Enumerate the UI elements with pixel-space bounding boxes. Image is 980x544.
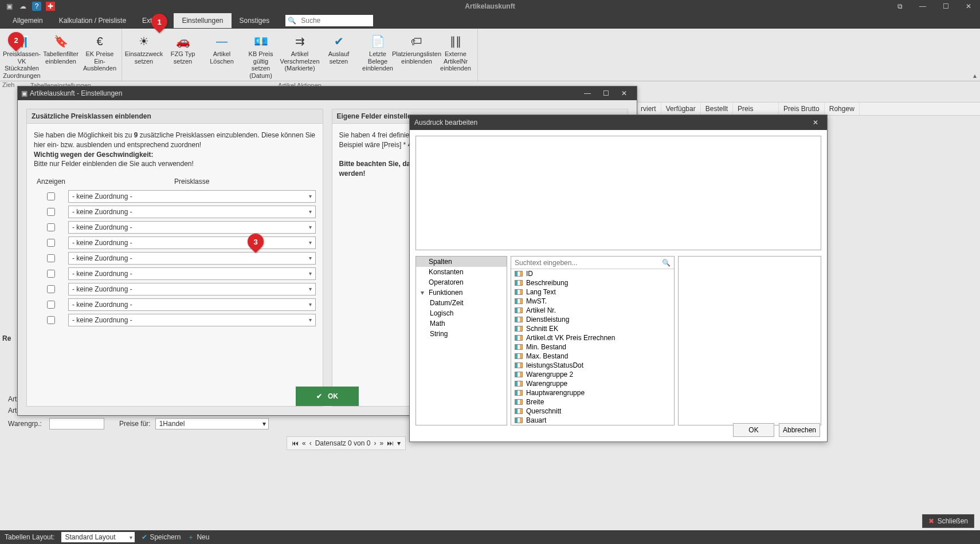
pk-show-checkbox[interactable] xyxy=(47,301,55,309)
pk-select[interactable]: - keine Zuordnung - xyxy=(68,236,316,249)
ok-button[interactable]: ✔ OK xyxy=(296,387,359,406)
pk-select[interactable]: - keine Zuordnung - xyxy=(68,190,316,203)
app-titlebar: ▣ ☁ ? ✚ Artikelauskunft ⧉ — ☐ ✕ xyxy=(0,0,980,13)
column-item[interactable]: Artikel.dt VK Preis Errechnen xyxy=(511,333,674,342)
dialog-maximize-icon[interactable]: ☐ xyxy=(597,89,615,97)
expression-close-icon[interactable]: ✕ xyxy=(809,119,822,127)
new-layout-button[interactable]: ＋Neu xyxy=(187,533,209,542)
expression-cancel-button[interactable]: Abbrechen xyxy=(779,423,820,437)
pk-select[interactable]: - keine Zuordnung - xyxy=(68,206,316,218)
ribbon-platzierungslisten[interactable]: 🏷Platzierungslisten einblenden xyxy=(398,31,435,81)
ribbon-fzgtyp[interactable]: 🚗FZG Typ setzen xyxy=(164,31,201,81)
col-verfuegbar[interactable]: Verfügbar xyxy=(661,103,701,115)
column-item[interactable]: Breite xyxy=(511,397,674,407)
column-item[interactable]: Beschreibung xyxy=(511,278,674,287)
column-item[interactable]: Querschnitt xyxy=(511,407,674,416)
tree-datumzeit[interactable]: Datum/Zeit xyxy=(416,298,507,308)
pk-select[interactable]: - keine Zuordnung - xyxy=(68,314,316,326)
pager-filter-icon[interactable]: ▾ xyxy=(397,439,401,447)
panel1-text1: Sie haben die Möglichkeit bis zu 9 zusät… xyxy=(34,131,316,150)
col-preis[interactable]: Preis xyxy=(733,103,779,115)
pager-first-icon[interactable]: ⏮ xyxy=(292,439,299,447)
search-input[interactable] xyxy=(297,15,371,26)
column-item[interactable]: Schnitt EK xyxy=(511,324,674,333)
help-icon[interactable]: ? xyxy=(32,2,41,11)
menu-kalkulation[interactable]: Kalkulation / Preisliste xyxy=(51,13,134,28)
settings-dialog-titlebar: ▣ Artikelauskunft - Einstellungen — ☐ ✕ xyxy=(18,86,637,100)
pager-prev-icon[interactable]: ‹ xyxy=(309,439,312,447)
col-reserviert[interactable]: rviert xyxy=(636,103,661,115)
pager-last-icon[interactable]: ⏭ xyxy=(387,439,394,447)
tree-konstanten[interactable]: Konstanten xyxy=(416,267,507,277)
column-item[interactable]: Bauart xyxy=(511,416,674,425)
ribbon-kbpreis[interactable]: 💶KB Preis gültig setzen (Datum) xyxy=(242,31,279,81)
column-item[interactable]: leistungsStatusDot xyxy=(511,361,674,370)
column-item[interactable]: Lang Text xyxy=(511,287,674,297)
column-item[interactable]: Artikel Nr. xyxy=(511,306,674,315)
tree-operatoren[interactable]: Operatoren xyxy=(416,277,507,287)
col-rohgew[interactable]: Rohgew xyxy=(825,103,860,115)
expression-ok-button[interactable]: OK xyxy=(733,423,774,437)
close-button[interactable]: ✖ Schließen xyxy=(922,514,974,528)
column-item[interactable]: Hauptwarengruppe xyxy=(511,388,674,397)
menu-allgemein[interactable]: Allgemein xyxy=(5,13,51,28)
menu-einstellungen[interactable]: Einstellungen xyxy=(174,13,231,28)
pk-select[interactable]: - keine Zuordnung - xyxy=(68,267,316,280)
ribbon-verschmelzen[interactable]: ⇉Artikel Verschmelzen (Markierte) xyxy=(281,31,318,81)
pk-show-checkbox[interactable] xyxy=(47,192,55,200)
pk-select[interactable]: - keine Zuordnung - xyxy=(68,252,316,265)
pk-show-checkbox[interactable] xyxy=(47,270,55,278)
column-item[interactable]: MwST. xyxy=(511,297,674,306)
pk-show-checkbox[interactable] xyxy=(47,223,55,231)
dialog-close-icon[interactable]: ✕ xyxy=(615,89,633,97)
col-bestellt[interactable]: Bestellt xyxy=(701,103,733,115)
expression-search-input[interactable] xyxy=(515,259,662,267)
ribbon-letzte-belege[interactable]: 📄Letzte Belege einblenden xyxy=(359,31,396,81)
ribbon-auslauf[interactable]: ✔Auslauf setzen xyxy=(320,31,357,81)
tree-string[interactable]: String xyxy=(416,329,507,339)
ribbon-externe-nr[interactable]: ∥∥Externe ArtikelNr einblenden xyxy=(437,31,474,81)
ribbon-tabellenfilter[interactable]: 🔖Tabellenfilter einblenden xyxy=(42,31,79,81)
column-item[interactable]: Min. Bestand xyxy=(511,342,674,352)
column-item[interactable]: Warengruppe xyxy=(511,379,674,388)
window-title: Artikelauskunft xyxy=(465,2,515,10)
column-item[interactable]: Dienstleistung xyxy=(511,315,674,324)
pk-select[interactable]: - keine Zuordnung - xyxy=(68,221,316,234)
flag-icon[interactable]: ✚ xyxy=(46,2,55,11)
tree-logisch[interactable]: Logisch xyxy=(416,308,507,318)
tree-math[interactable]: Math xyxy=(416,318,507,329)
tree-funktionen[interactable]: ▾Funktionen xyxy=(416,287,507,298)
expression-textarea[interactable] xyxy=(415,136,821,250)
pk-show-checkbox[interactable] xyxy=(47,316,55,324)
window-minimize-icon[interactable]: — xyxy=(911,0,934,13)
column-item[interactable]: Max. Bestand xyxy=(511,352,674,361)
dialog-minimize-icon[interactable]: — xyxy=(578,89,597,97)
ribbon-artikel-loeschen[interactable]: —Artikel Löschen xyxy=(203,31,240,81)
ribbon-einsatzzweck[interactable]: ☀Einsatzzweck setzen xyxy=(126,31,162,81)
pager-next-icon[interactable]: › xyxy=(374,439,376,447)
window-restore-icon[interactable]: ⧉ xyxy=(888,0,911,13)
pk-show-checkbox[interactable] xyxy=(47,254,55,262)
pk-show-checkbox[interactable] xyxy=(47,285,55,293)
ribbon-ekpreise[interactable]: €EK Preise Ein- Ausblenden xyxy=(81,31,118,81)
pk-show-checkbox[interactable] xyxy=(47,239,55,247)
preise-fuer-select[interactable]: 1Handel▾ xyxy=(155,418,269,429)
window-maximize-icon[interactable]: ☐ xyxy=(934,0,957,13)
window-close-icon[interactable]: ✕ xyxy=(957,0,980,13)
pk-show-checkbox[interactable] xyxy=(47,208,55,216)
layout-select[interactable]: Standard Layout xyxy=(61,532,135,542)
pager-prevpage-icon[interactable]: « xyxy=(302,439,306,447)
menu-sonstiges[interactable]: Sonstiges xyxy=(232,13,278,28)
ribbon-collapse-icon[interactable]: ▴ xyxy=(970,29,980,81)
search-icon[interactable]: 🔍 xyxy=(662,259,671,267)
pk-row: - keine Zuordnung - xyxy=(34,298,316,311)
column-item[interactable]: ID xyxy=(511,269,674,278)
pk-select[interactable]: - keine Zuordnung - xyxy=(68,283,316,295)
column-item[interactable]: Warengruppe 2 xyxy=(511,370,674,379)
warengrp-input[interactable] xyxy=(49,418,104,429)
pk-select[interactable]: - keine Zuordnung - xyxy=(68,298,316,311)
tree-spalten[interactable]: Spalten xyxy=(416,257,507,267)
col-preis-brutto[interactable]: Preis Brutto xyxy=(779,103,825,115)
save-layout-button[interactable]: ✔Speichern xyxy=(142,533,181,541)
pager-nextpage-icon[interactable]: » xyxy=(379,439,383,447)
